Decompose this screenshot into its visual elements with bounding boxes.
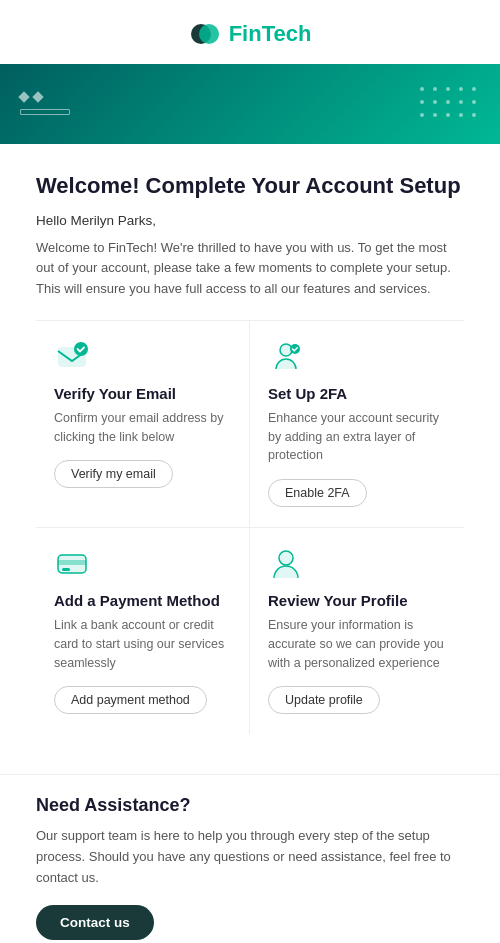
update-profile-button[interactable]: Update profile: [268, 686, 380, 714]
card-profile-title: Review Your Profile: [268, 592, 446, 609]
banner-decoration-left: [20, 93, 70, 115]
assistance-text: Our support team is here to help you thr…: [36, 826, 464, 888]
card-profile: Review Your Profile Ensure your informat…: [250, 527, 464, 734]
banner-dot: [420, 100, 424, 104]
logo-text: FinTech: [229, 21, 312, 47]
banner-dot: [433, 100, 437, 104]
card-payment-desc: Link a bank account or credit card to st…: [54, 616, 231, 672]
verify-email-icon: [54, 339, 90, 375]
svg-point-3: [74, 342, 88, 356]
intro-text: Welcome to FinTech! We're thrilled to ha…: [36, 238, 464, 300]
card-2fa-title: Set Up 2FA: [268, 385, 446, 402]
card-profile-desc: Ensure your information is accurate so w…: [268, 616, 446, 672]
cards-grid: Verify Your Email Confirm your email add…: [36, 320, 464, 735]
email-header: FinTech: [0, 0, 500, 64]
banner-dot: [472, 87, 476, 91]
contact-us-button[interactable]: Contact us: [36, 905, 154, 940]
banner-dot: [446, 100, 450, 104]
main-title: Welcome! Complete Your Account Setup: [36, 172, 464, 201]
svg-rect-9: [62, 568, 70, 571]
banner-diamond-2: [32, 91, 43, 102]
svg-rect-8: [58, 560, 86, 565]
assistance-section: Need Assistance? Our support team is her…: [0, 774, 500, 943]
logo-icon: [189, 18, 221, 50]
card-payment: Add a Payment Method Link a bank account…: [36, 527, 250, 734]
add-payment-button[interactable]: Add payment method: [54, 686, 207, 714]
banner-diamond: [18, 91, 29, 102]
enable-2fa-button[interactable]: Enable 2FA: [268, 479, 367, 507]
banner-dot: [446, 87, 450, 91]
email-container: FinTech: [0, 0, 500, 943]
banner-dot: [446, 113, 450, 117]
verify-email-button[interactable]: Verify my email: [54, 460, 173, 488]
svg-point-1: [199, 24, 219, 44]
card-verify-email: Verify Your Email Confirm your email add…: [36, 320, 250, 527]
banner-decoration-right: [420, 87, 480, 121]
banner-dot: [472, 100, 476, 104]
payment-icon: [54, 546, 90, 582]
svg-point-10: [279, 551, 293, 565]
banner-dot: [433, 113, 437, 117]
banner-dot: [420, 113, 424, 117]
svg-point-6: [290, 344, 300, 354]
card-verify-email-title: Verify Your Email: [54, 385, 231, 402]
assistance-title: Need Assistance?: [36, 795, 464, 816]
logo-tech: Tech: [262, 21, 312, 46]
card-verify-email-desc: Confirm your email address by clicking t…: [54, 409, 231, 447]
banner-dot: [459, 100, 463, 104]
banner-dot: [459, 87, 463, 91]
banner-dot: [420, 87, 424, 91]
logo-fin: Fin: [229, 21, 262, 46]
card-2fa-desc: Enhance your account security by adding …: [268, 409, 446, 465]
banner: [0, 64, 500, 144]
2fa-icon: [268, 339, 304, 375]
banner-dot: [459, 113, 463, 117]
profile-icon: [268, 546, 304, 582]
greeting-text: Hello Merilyn Parks,: [36, 213, 464, 228]
banner-rect: [20, 109, 70, 115]
main-content: Welcome! Complete Your Account Setup Hel…: [0, 144, 500, 774]
card-2fa: Set Up 2FA Enhance your account security…: [250, 320, 464, 527]
banner-dot: [472, 113, 476, 117]
banner-dot: [433, 87, 437, 91]
card-payment-title: Add a Payment Method: [54, 592, 231, 609]
